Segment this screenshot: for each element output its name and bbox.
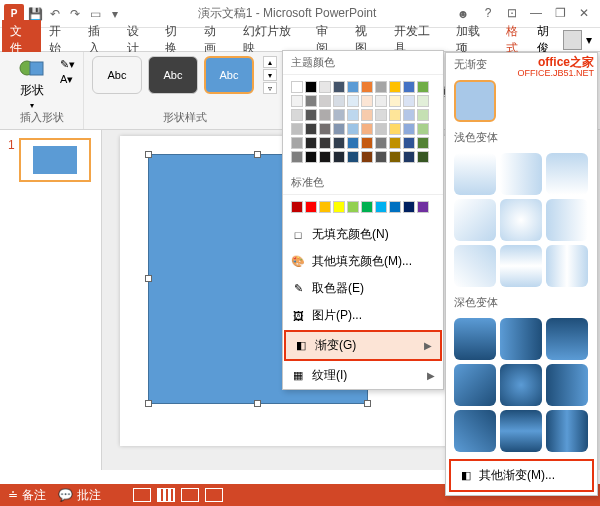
color-swatch[interactable] bbox=[403, 137, 415, 149]
color-swatch[interactable] bbox=[305, 151, 317, 163]
color-swatch[interactable] bbox=[333, 151, 345, 163]
resize-handle-nw[interactable] bbox=[145, 151, 152, 158]
color-swatch[interactable] bbox=[347, 123, 359, 135]
gradient-swatch[interactable] bbox=[546, 364, 588, 406]
slide-thumbnail[interactable]: 1 bbox=[8, 138, 93, 182]
minimize-icon[interactable]: — bbox=[528, 5, 544, 21]
color-swatch[interactable] bbox=[375, 151, 387, 163]
color-swatch[interactable] bbox=[389, 151, 401, 163]
gradient-swatch[interactable] bbox=[500, 153, 542, 195]
color-swatch[interactable] bbox=[291, 95, 303, 107]
color-swatch[interactable] bbox=[389, 109, 401, 121]
color-swatch[interactable] bbox=[319, 123, 331, 135]
color-swatch[interactable] bbox=[361, 123, 373, 135]
resize-handle-se[interactable] bbox=[364, 400, 371, 407]
textbox-icon[interactable]: A▾ bbox=[60, 73, 75, 86]
color-swatch[interactable] bbox=[347, 151, 359, 163]
sorter-view-icon[interactable] bbox=[157, 488, 175, 502]
gradient-swatch[interactable] bbox=[546, 245, 588, 287]
color-swatch[interactable] bbox=[305, 95, 317, 107]
color-swatch[interactable] bbox=[333, 109, 345, 121]
color-swatch[interactable] bbox=[361, 81, 373, 93]
more-colors-item[interactable]: 🎨 其他填充颜色(M)... bbox=[283, 248, 443, 275]
gradient-swatch[interactable] bbox=[500, 199, 542, 241]
style-preset-2[interactable]: Abc bbox=[148, 56, 198, 94]
user-dropdown-icon[interactable]: ▾ bbox=[586, 33, 592, 47]
notes-button[interactable]: ≐ 备注 bbox=[8, 487, 46, 504]
eyedropper-item[interactable]: ✎ 取色器(E) bbox=[283, 275, 443, 302]
color-swatch[interactable] bbox=[389, 123, 401, 135]
close-icon[interactable]: ✕ bbox=[576, 5, 592, 21]
gradient-swatch[interactable] bbox=[546, 318, 588, 360]
color-swatch[interactable] bbox=[333, 123, 345, 135]
comments-button[interactable]: 💬 批注 bbox=[58, 487, 101, 504]
gallery-more-icon[interactable]: ▿ bbox=[263, 82, 277, 94]
color-swatch[interactable] bbox=[333, 81, 345, 93]
color-swatch[interactable] bbox=[305, 123, 317, 135]
color-swatch[interactable] bbox=[417, 201, 429, 213]
texture-item[interactable]: ▦ 纹理(I) ▶ bbox=[283, 362, 443, 389]
gallery-down-icon[interactable]: ▾ bbox=[263, 69, 277, 81]
color-swatch[interactable] bbox=[347, 109, 359, 121]
color-swatch[interactable] bbox=[417, 81, 429, 93]
color-swatch[interactable] bbox=[319, 109, 331, 121]
color-swatch[interactable] bbox=[403, 123, 415, 135]
color-swatch[interactable] bbox=[417, 151, 429, 163]
color-swatch[interactable] bbox=[375, 201, 387, 213]
color-swatch[interactable] bbox=[389, 95, 401, 107]
color-swatch[interactable] bbox=[361, 95, 373, 107]
normal-view-icon[interactable] bbox=[133, 488, 151, 502]
shape-insert-button[interactable]: 形状 ▾ bbox=[8, 56, 56, 110]
color-swatch[interactable] bbox=[417, 95, 429, 107]
color-swatch[interactable] bbox=[403, 95, 415, 107]
color-swatch[interactable] bbox=[333, 137, 345, 149]
color-swatch[interactable] bbox=[375, 81, 387, 93]
color-swatch[interactable] bbox=[375, 137, 387, 149]
color-swatch[interactable] bbox=[333, 201, 345, 213]
color-swatch[interactable] bbox=[417, 137, 429, 149]
restore-icon[interactable]: ❐ bbox=[552, 5, 568, 21]
color-swatch[interactable] bbox=[305, 137, 317, 149]
gradient-swatch[interactable] bbox=[454, 410, 496, 452]
color-swatch[interactable] bbox=[291, 151, 303, 163]
reading-view-icon[interactable] bbox=[181, 488, 199, 502]
color-swatch[interactable] bbox=[403, 81, 415, 93]
color-swatch[interactable] bbox=[375, 109, 387, 121]
color-swatch[interactable] bbox=[319, 95, 331, 107]
gradient-swatch[interactable] bbox=[454, 153, 496, 195]
picture-fill-item[interactable]: 🖼 图片(P)... bbox=[283, 302, 443, 329]
color-swatch[interactable] bbox=[305, 109, 317, 121]
avatar[interactable] bbox=[563, 30, 582, 50]
color-swatch[interactable] bbox=[347, 137, 359, 149]
color-swatch[interactable] bbox=[291, 109, 303, 121]
color-swatch[interactable] bbox=[291, 137, 303, 149]
color-swatch[interactable] bbox=[417, 123, 429, 135]
color-swatch[interactable] bbox=[319, 151, 331, 163]
color-swatch[interactable] bbox=[291, 81, 303, 93]
no-gradient-swatch[interactable] bbox=[454, 80, 496, 122]
style-preset-1[interactable]: Abc bbox=[92, 56, 142, 94]
gradient-swatch[interactable] bbox=[454, 364, 496, 406]
gradient-swatch[interactable] bbox=[500, 245, 542, 287]
color-swatch[interactable] bbox=[319, 201, 331, 213]
color-swatch[interactable] bbox=[389, 137, 401, 149]
gradient-swatch[interactable] bbox=[500, 318, 542, 360]
gradient-item[interactable]: ◧ 渐变(G) ▶ bbox=[284, 330, 442, 361]
gradient-swatch[interactable] bbox=[546, 199, 588, 241]
color-swatch[interactable] bbox=[305, 201, 317, 213]
gradient-swatch[interactable] bbox=[454, 245, 496, 287]
color-swatch[interactable] bbox=[389, 81, 401, 93]
color-swatch[interactable] bbox=[389, 201, 401, 213]
color-swatch[interactable] bbox=[361, 137, 373, 149]
color-swatch[interactable] bbox=[403, 151, 415, 163]
color-swatch[interactable] bbox=[347, 95, 359, 107]
edit-shape-icon[interactable]: ✎▾ bbox=[60, 58, 75, 71]
gradient-swatch[interactable] bbox=[500, 410, 542, 452]
style-preset-3[interactable]: Abc bbox=[204, 56, 254, 94]
color-swatch[interactable] bbox=[375, 95, 387, 107]
resize-handle-sw[interactable] bbox=[145, 400, 152, 407]
color-swatch[interactable] bbox=[291, 123, 303, 135]
color-swatch[interactable] bbox=[361, 151, 373, 163]
color-swatch[interactable] bbox=[361, 109, 373, 121]
resize-handle-n[interactable] bbox=[254, 151, 261, 158]
